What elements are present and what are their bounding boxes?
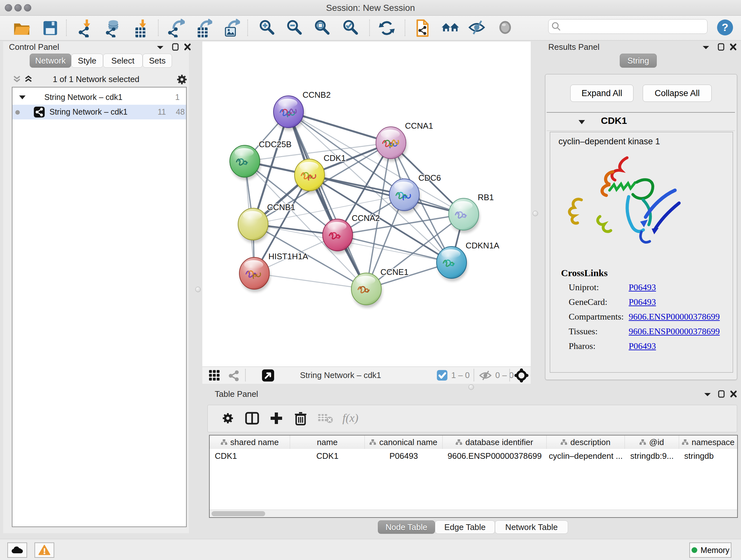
save-session-button[interactable] (41, 19, 61, 39)
network-node-rb1[interactable]: RB1 (449, 192, 494, 233)
table-panel-title: Table Panel (215, 389, 258, 399)
zoom-out-button[interactable] (286, 19, 307, 39)
collapse-all-button[interactable]: Collapse All (643, 84, 712, 102)
control-panel: Control Panel NetworkStyleSelectSets 1 o… (3, 42, 189, 533)
right-splitter-handle[interactable] (533, 211, 538, 216)
search-input[interactable] (562, 20, 704, 33)
collection-expand-icon[interactable] (19, 95, 26, 100)
cloud-button[interactable] (7, 543, 27, 558)
table-cell: CDK1 (210, 449, 290, 463)
crosslink-label: GeneCard: (569, 297, 607, 307)
column-header-shared-name[interactable]: shared name (210, 435, 290, 449)
tab-select[interactable]: Select (103, 54, 143, 68)
panel-close-icon[interactable] (730, 390, 738, 398)
tab-network[interactable]: Network (30, 54, 71, 68)
node-label-ccna1: CCNA1 (405, 121, 433, 131)
memory-button[interactable]: Memory (689, 543, 731, 558)
network-row[interactable]: String Network – cdk1 11 48 (12, 105, 186, 119)
warning-button[interactable] (35, 543, 54, 558)
hide-selected-button[interactable] (468, 19, 488, 39)
panel-menu-icon[interactable] (704, 392, 711, 397)
import-network-from-database-button[interactable] (104, 19, 124, 39)
help-button[interactable]: ? (717, 19, 737, 39)
houses-icon (441, 19, 460, 37)
fit-selected-crosshair-icon[interactable] (515, 368, 529, 382)
column-header--id[interactable]: @id (625, 435, 679, 449)
network-collection-row[interactable]: String Network – cdk1 1 (12, 90, 186, 105)
collection-label: String Network – cdk1 (44, 92, 123, 102)
tab-style[interactable]: Style (71, 54, 103, 68)
search-box[interactable] (548, 19, 708, 34)
network-node-ccnb1[interactable]: CCNB1 (238, 202, 295, 243)
network-view-toolbar: String Network – cdk1 1 – 0 0 – 0 (202, 367, 531, 384)
column-header-database-identifier[interactable]: database identifier (443, 435, 547, 449)
tab-sets[interactable]: Sets (143, 54, 172, 68)
crosslink-link[interactable]: P06493 (629, 297, 656, 307)
expand-all-button[interactable]: Expand All (570, 84, 633, 102)
node-label-cdkn1a: CDKN1A (466, 241, 499, 250)
table-hscrollbar[interactable] (210, 509, 737, 517)
panel-menu-icon[interactable] (156, 45, 164, 50)
network-node-cdkn1a[interactable]: CDKN1A (436, 241, 499, 281)
panel-float-icon[interactable] (172, 43, 179, 51)
first-neighbors-button[interactable] (413, 19, 433, 39)
network-node-cdc6[interactable]: CDC6 (389, 173, 441, 213)
panel-close-icon[interactable] (184, 43, 192, 51)
cdk1-details: cyclin–dependent kinase 1 CrossLinks Uni… (550, 132, 733, 373)
network-view-canvas[interactable]: CCNB2 CCNA1 CDC25B CDK1 CDC6 RB1 CCNB1 C… (202, 42, 531, 367)
table-gear-icon[interactable] (220, 411, 235, 426)
houses-button[interactable] (441, 19, 461, 39)
tab-string[interactable]: String (620, 54, 657, 68)
tab-edge-table[interactable]: Edge Table (435, 520, 495, 534)
table-hscrollbar-thumb[interactable] (212, 511, 265, 516)
node-label-cdc6: CDC6 (418, 173, 441, 183)
show-all-button[interactable] (496, 19, 517, 39)
column-header-name[interactable]: name (290, 435, 365, 449)
crosslink-label: Pharos: (569, 341, 596, 351)
panel-menu-icon[interactable] (702, 45, 710, 50)
cdk1-section-header[interactable]: CDK1 (547, 112, 735, 131)
share-view-icon[interactable] (228, 370, 240, 382)
import-table-from-file-button[interactable] (132, 19, 152, 39)
network-options-gear-icon[interactable] (176, 73, 188, 86)
export-table-button[interactable] (194, 19, 214, 39)
tab-network-table[interactable]: Network Table (495, 520, 568, 534)
birds-eye-view-icon[interactable] (262, 369, 274, 382)
crosslink-link[interactable]: P06493 (629, 282, 656, 293)
column-header-description[interactable]: description (547, 435, 625, 449)
panel-float-icon[interactable] (718, 43, 725, 51)
column-header-namespace[interactable]: namespace (679, 435, 738, 449)
open-session-button[interactable] (12, 19, 32, 39)
table-add-icon[interactable] (269, 411, 284, 426)
first-neighbors-icon (413, 19, 431, 37)
string-network-icon (33, 106, 45, 118)
tab-node-table[interactable]: Node Table (378, 520, 435, 534)
zoom-in-button[interactable] (259, 19, 279, 39)
import-network-from-file-button[interactable] (77, 19, 97, 39)
refresh-button[interactable] (378, 19, 398, 39)
table-cell: CDK1 (290, 449, 365, 463)
selected-checkbox-icon[interactable] (436, 370, 448, 381)
crosslink-label: Tissues: (569, 326, 598, 336)
section-collapse-icon[interactable] (578, 119, 586, 125)
export-image-button[interactable] (221, 19, 242, 39)
export-network-button[interactable] (166, 19, 187, 39)
crosslink-link[interactable]: 9606.ENSP00000378699 (629, 312, 720, 322)
control-panel-title: Control Panel (9, 42, 59, 52)
network-selected-summary: 1 of 1 Network selected (3, 74, 189, 84)
import-network-from-file-icon (77, 19, 95, 37)
column-header-canonical-name[interactable]: canonical name (365, 435, 443, 449)
crosslink-link[interactable]: 9606.ENSP00000378699 (629, 326, 720, 336)
table-delete-icon[interactable] (293, 411, 308, 426)
crosslink-link[interactable]: P06493 (629, 341, 656, 351)
panel-close-icon[interactable] (730, 43, 737, 51)
zoom-selected-button[interactable] (342, 19, 362, 39)
table-columns-icon[interactable] (245, 411, 259, 426)
grid-view-icon[interactable] (209, 370, 220, 381)
network-node-hist1h1a[interactable]: HIST1H1A (239, 252, 308, 292)
network-edge (288, 112, 366, 289)
zoom-fit-content-button[interactable] (314, 19, 334, 39)
left-splitter-handle[interactable] (195, 287, 201, 292)
toolbar-separator (247, 19, 248, 36)
panel-float-icon[interactable] (718, 390, 725, 398)
